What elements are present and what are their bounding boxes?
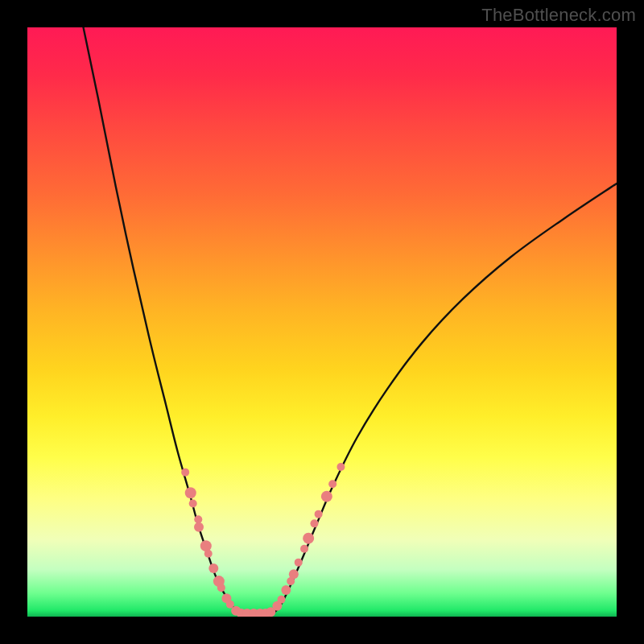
data-dot xyxy=(300,545,308,553)
dots-group xyxy=(181,463,345,617)
curve-group xyxy=(84,27,617,616)
data-dot xyxy=(303,533,314,544)
data-dot xyxy=(328,480,336,488)
plot-area xyxy=(27,27,617,617)
data-dot xyxy=(295,559,303,567)
data-dot xyxy=(200,540,212,551)
data-dot xyxy=(181,469,189,477)
data-dot xyxy=(315,510,323,518)
data-dot xyxy=(194,522,204,532)
data-dot xyxy=(189,499,197,507)
chart-svg xyxy=(27,27,617,617)
data-dot xyxy=(217,584,225,592)
watermark-text: TheBottleneck.com xyxy=(481,5,636,26)
data-dot xyxy=(194,515,202,523)
bottleneck-curve xyxy=(84,27,617,616)
data-dot xyxy=(321,491,332,502)
outer-frame: TheBottleneck.com xyxy=(0,0,644,644)
data-dot xyxy=(289,569,299,579)
data-dot xyxy=(281,585,291,595)
data-dot xyxy=(208,564,218,573)
data-dot xyxy=(277,596,285,604)
data-dot xyxy=(185,487,196,498)
data-dot xyxy=(204,550,213,558)
data-dot xyxy=(310,519,318,527)
data-dot xyxy=(336,463,345,471)
